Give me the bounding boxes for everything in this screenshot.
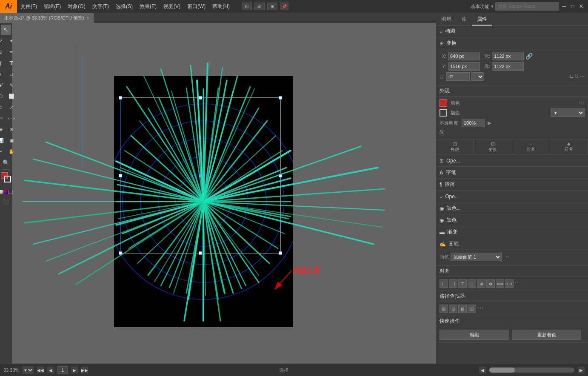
tab-close-btn[interactable]: × [87, 16, 89, 20]
pen-more-icon[interactable]: ⋯ [504, 254, 509, 260]
rotate-tool[interactable]: ↻ [0, 102, 6, 112]
pathfinder-more-icon[interactable]: ⋯ [477, 305, 484, 313]
appearance-header[interactable]: 外观 [436, 85, 588, 97]
x-input[interactable] [448, 52, 480, 60]
recolor-btn[interactable]: 重新着色 [512, 330, 582, 340]
line-tool[interactable]: / [0, 69, 6, 79]
direct-select-tool[interactable]: ↗ [0, 36, 6, 46]
stroke-color-swatch[interactable] [4, 176, 11, 182]
pen-dropdown[interactable]: 鼠绘面笔 1 [451, 253, 502, 261]
pin-btn[interactable]: 📌 [280, 3, 288, 10]
pen-tool[interactable]: ✒ [6, 47, 17, 57]
pathfinder-intersect-btn[interactable]: ⊠ [458, 305, 467, 313]
zoom-select[interactable]: ▾ [23, 366, 34, 374]
color-mode-btn[interactable] [0, 190, 3, 194]
opacity-expand[interactable]: ▶ [488, 120, 491, 126]
stroke-options[interactable]: ▾ [551, 108, 585, 117]
y-input[interactable] [448, 62, 480, 71]
none-mode-btn[interactable] [9, 190, 13, 194]
stock-search-input[interactable] [495, 2, 559, 11]
rect-tool[interactable]: □ [6, 69, 17, 79]
paintbrush-tool[interactable]: 🖌 [0, 80, 6, 90]
section-opentype[interactable]: ○ Ope... [436, 191, 588, 202]
section-char[interactable]: A 字笔 [436, 167, 588, 179]
menu-object[interactable]: 对象(O) [64, 0, 88, 13]
selection-tool[interactable]: ↖ [1, 25, 11, 35]
slice-tool[interactable]: ✂ [0, 146, 6, 157]
align-top-btn[interactable]: ⊥ [468, 279, 476, 288]
align-left-btn[interactable]: ⊢ [440, 279, 448, 288]
artboard-tool[interactable]: ▣ [6, 135, 17, 145]
magic-wand-tool[interactable]: ✦ [6, 36, 17, 46]
prev-btn[interactable]: ◀ [47, 367, 54, 373]
eraser-tool[interactable]: ⬜ [6, 91, 17, 101]
color-panel-btn1[interactable]: ♣ 符号 [550, 140, 588, 154]
close-btn[interactable]: ✕ [578, 3, 585, 10]
menu-window[interactable]: 窗口(W) [184, 0, 209, 13]
tab-layers[interactable]: 图层 [436, 13, 457, 26]
stroke-swatch[interactable] [440, 109, 447, 117]
gradient-mode-btn[interactable] [4, 190, 8, 194]
screen-mode-btn[interactable]: ⬛ [1, 197, 11, 207]
status-prev-icon[interactable]: ◀ [479, 367, 486, 373]
next-btn[interactable]: ▶ [71, 367, 78, 373]
minimize-btn[interactable]: ─ [561, 3, 568, 10]
pathfinder-section-header[interactable]: 路径查找器 [436, 291, 588, 302]
transform-panel-btn[interactable]: ⊞ 变换 [474, 140, 512, 154]
section-brush[interactable]: ✍ 画笔 [436, 238, 588, 250]
section-transform-header[interactable]: ⊞ 变换 [436, 37, 588, 49]
next-page-btn[interactable]: ▶▶ [81, 367, 88, 373]
section-ellipse[interactable]: ○ 椭圆 [436, 26, 588, 37]
distrib-v-btn[interactable]: ⟷ [505, 279, 514, 288]
pathfinder-exclude-btn[interactable]: ⊡ [468, 305, 476, 313]
bridge-btn[interactable]: Br [242, 3, 252, 10]
appearance-panel-btn[interactable]: ⊞ 外观 [436, 140, 474, 154]
prev-page-btn[interactable]: ◀◀ [37, 367, 44, 373]
scale-tool[interactable]: ⤢ [6, 102, 17, 112]
width-tool[interactable]: ⟺ [6, 113, 17, 123]
width-input[interactable] [492, 52, 524, 60]
section-color1[interactable]: ◉ 颜色... [436, 202, 588, 214]
appearance-more[interactable]: ⋯ [579, 100, 585, 106]
align-bottom-btn[interactable]: ⊗ [486, 279, 495, 288]
angle-input[interactable] [446, 72, 470, 81]
menu-view[interactable]: 视图(V) [160, 0, 184, 13]
more-transform-icon[interactable]: ⋯ [579, 74, 585, 80]
symbol-spray-tool[interactable]: ⊛ [6, 124, 17, 134]
height-input[interactable] [492, 62, 524, 71]
distrib-h-btn[interactable]: ⟺ [496, 279, 504, 288]
status-next-icon[interactable]: ▶ [578, 367, 585, 373]
section-para[interactable]: ¶ 段落 [436, 179, 588, 191]
quick-actions-header[interactable]: 快速操作 [436, 316, 588, 327]
group-btn[interactable]: 编组 [440, 330, 509, 340]
shaper-tool[interactable]: ⬡ [0, 91, 6, 101]
tab-library[interactable]: 库 [457, 13, 472, 26]
maximize-btn[interactable]: □ [569, 3, 576, 10]
grid-btn[interactable]: ⊞ [267, 3, 277, 10]
align-more-icon[interactable]: ⋯ [514, 279, 521, 288]
menu-effect[interactable]: 效果(E) [136, 0, 160, 13]
align-section-header[interactable]: 对齐 [436, 266, 588, 277]
link-proportional-icon[interactable]: 🔗 [525, 53, 533, 60]
tab-properties[interactable]: 属性 [472, 13, 492, 26]
menu-file[interactable]: 文件(F) [17, 0, 40, 13]
angle-dropdown[interactable]: ▾ [471, 72, 484, 81]
pathfinder-minus-btn[interactable]: ⊟ [449, 305, 457, 313]
graph-tool[interactable]: 📊 [0, 135, 6, 145]
menu-text[interactable]: 文字(T) [89, 0, 112, 13]
zoom-tool[interactable]: 🔍 [1, 157, 11, 168]
opacity-input[interactable] [462, 119, 485, 127]
page-input[interactable] [57, 366, 68, 374]
align-center-v-btn[interactable]: ⊕ [477, 279, 485, 288]
scroll-bar[interactable] [489, 367, 574, 373]
blend-tool[interactable]: ◈ [0, 124, 6, 134]
align-center-h-btn[interactable]: ⊣ [449, 279, 457, 288]
text-tool[interactable]: T [6, 58, 17, 68]
stock-btn[interactable]: St [254, 3, 265, 10]
fill-swatch[interactable] [440, 99, 447, 107]
document-tab[interactable]: 未标题-1* @ 33.33% (RGB/GPU 预览) × [0, 13, 94, 23]
align-panel-btn[interactable]: ≡ 对齐 [512, 140, 550, 154]
warp-tool[interactable]: 〰 [0, 113, 6, 123]
curvature-tool[interactable]: ∫ [0, 58, 6, 68]
section-color2[interactable]: ◉ 颜色 [436, 214, 588, 226]
